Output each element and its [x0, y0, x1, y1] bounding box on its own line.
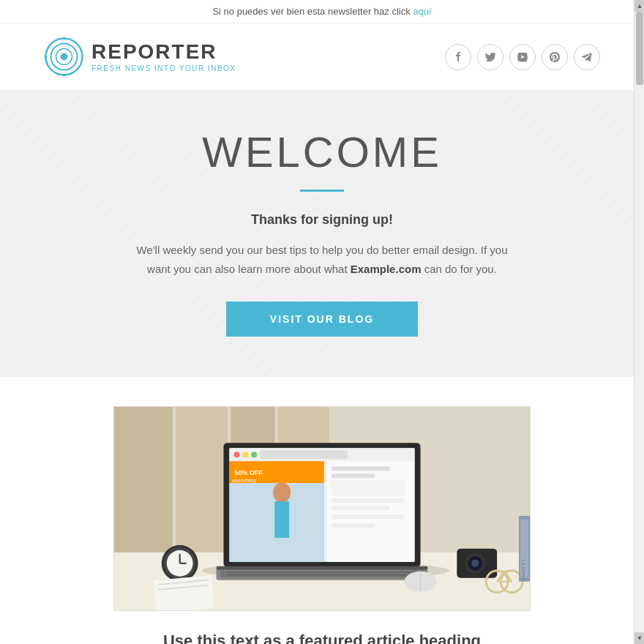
top-bar: Si no puedes ver bien esta newsletter ha…: [0, 0, 644, 23]
svg-point-5: [63, 74, 66, 77]
pinterest-icon[interactable]: [542, 44, 568, 70]
svg-rect-29: [332, 473, 375, 478]
svg-rect-38: [227, 574, 416, 576]
svg-rect-34: [332, 523, 375, 528]
scroll-down-arrow[interactable]: ▼: [634, 632, 644, 644]
svg-rect-28: [332, 466, 390, 471]
welcome-divider: [300, 190, 344, 192]
svg-point-55: [471, 560, 479, 567]
svg-rect-26: [274, 501, 289, 538]
logo-text: REPORTER FRESH NEWS INTO YOUR INBOX: [91, 42, 236, 72]
svg-point-17: [233, 452, 239, 457]
top-bar-link[interactable]: aquí: [413, 6, 431, 17]
featured-article-heading: Use this text as a featured article head…: [44, 632, 600, 644]
facebook-icon[interactable]: [445, 44, 471, 70]
svg-rect-39: [217, 566, 428, 570]
twitter-icon[interactable]: [477, 44, 503, 70]
logo-area: REPORTER FRESH NEWS INTO YOUR INBOX: [44, 37, 236, 77]
logo-icon: [44, 37, 84, 77]
svg-point-19: [251, 452, 257, 457]
telegram-icon[interactable]: [574, 44, 600, 70]
svg-rect-20: [260, 450, 348, 459]
welcome-subtitle: Thanks for signing up!: [29, 212, 615, 228]
scroll-up-arrow[interactable]: ▲: [634, 0, 644, 12]
svg-point-4: [63, 37, 66, 40]
youtube-icon[interactable]: [509, 44, 536, 70]
svg-rect-32: [332, 506, 390, 510]
logo-name: REPORTER: [91, 42, 236, 62]
laptop-illustration: 50% OFF everything: [114, 406, 530, 611]
scrollbar-thumb[interactable]: [636, 12, 643, 85]
svg-point-6: [45, 56, 48, 59]
welcome-title: WELCOME: [29, 127, 615, 176]
svg-point-25: [273, 482, 291, 503]
svg-point-3: [61, 53, 68, 61]
svg-rect-37: [227, 572, 416, 573]
visit-blog-button[interactable]: VISIT OUR BLOG: [226, 302, 418, 337]
top-bar-text: Si no puedes ver bien esta newsletter ha…: [212, 6, 413, 17]
welcome-body-link: Example.com: [351, 263, 422, 275]
svg-rect-30: [332, 481, 405, 495]
svg-text:50% OFF: 50% OFF: [234, 469, 263, 476]
svg-text:everything: everything: [232, 478, 255, 484]
featured-section: 50% OFF everything: [0, 377, 644, 644]
svg-point-18: [242, 452, 248, 457]
svg-text:La Greve: La Greve: [521, 560, 526, 581]
svg-rect-33: [332, 514, 405, 519]
scrollbar[interactable]: ▲ ▼: [634, 0, 644, 644]
welcome-body: We'll weekly send you our best tips to h…: [132, 241, 512, 278]
welcome-body-suffix: can do for you.: [421, 263, 496, 275]
header: REPORTER FRESH NEWS INTO YOUR INBOX: [0, 23, 644, 91]
social-icons: [445, 44, 600, 70]
welcome-section: WELCOME Thanks for signing up! We'll wee…: [0, 91, 644, 377]
featured-image: 50% OFF everything: [113, 406, 531, 611]
logo-tagline: FRESH NEWS INTO YOUR INBOX: [91, 64, 236, 72]
svg-rect-31: [332, 498, 405, 503]
